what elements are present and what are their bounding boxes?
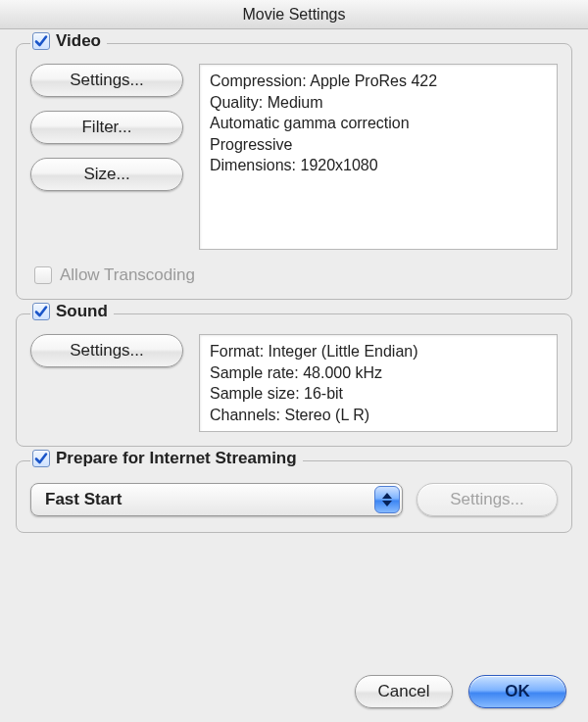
streaming-checkbox[interactable] xyxy=(32,450,50,467)
streaming-popup: Fast Start xyxy=(30,483,403,516)
video-legend-label: Video xyxy=(56,31,101,51)
video-checkbox[interactable] xyxy=(32,32,50,50)
streaming-settings-button: Settings... xyxy=(416,483,558,516)
allow-transcoding-label: Allow Transcoding xyxy=(60,265,195,285)
video-info-box: Compression: Apple ProRes 422 Quality: M… xyxy=(199,64,558,250)
sound-info-samplesize: Sample size: 16-bit xyxy=(210,383,547,405)
video-button-column: Settings... Filter... Size... xyxy=(30,64,183,191)
titlebar: Movie Settings xyxy=(0,0,588,29)
video-info-quality: Quality: Medium xyxy=(210,92,547,114)
allow-transcoding-checkbox xyxy=(34,266,52,284)
video-info-dimensions: Dimensions: 1920x1080 xyxy=(210,155,547,176)
sound-info-box: Format: Integer (Little Endian) Sample r… xyxy=(199,334,558,432)
sound-info-format: Format: Integer (Little Endian) xyxy=(210,341,547,362)
video-info-compression: Compression: Apple ProRes 422 xyxy=(210,71,547,92)
dialog-button-row: Cancel OK xyxy=(0,669,588,722)
chevron-up-icon xyxy=(382,493,392,499)
window-title: Movie Settings xyxy=(243,6,346,24)
sound-info-samplerate: Sample rate: 48.000 kHz xyxy=(210,362,547,384)
popup-arrows-icon xyxy=(374,486,400,513)
content-area: Video Settings... Filter... Size... Comp… xyxy=(0,29,588,669)
video-legend: Video xyxy=(30,31,107,51)
video-info-gamma: Automatic gamma correction xyxy=(210,113,547,134)
streaming-row: Fast Start Settings... xyxy=(30,477,558,516)
sound-row: Settings... Format: Integer (Little Endi… xyxy=(30,334,558,432)
streaming-legend-label: Prepare for Internet Streaming xyxy=(56,449,297,468)
sound-checkbox[interactable] xyxy=(32,303,50,320)
allow-transcoding-row: Allow Transcoding xyxy=(30,265,558,285)
check-icon xyxy=(34,34,48,48)
video-settings-button[interactable]: Settings... xyxy=(30,64,183,97)
video-row: Settings... Filter... Size... Compressio… xyxy=(30,64,558,250)
sound-legend-label: Sound xyxy=(56,302,108,321)
streaming-mode-popup[interactable]: Fast Start xyxy=(30,483,403,516)
movie-settings-window: Movie Settings Video Settings... Filter.… xyxy=(0,0,588,722)
streaming-group: Prepare for Internet Streaming Fast Star… xyxy=(16,460,572,533)
check-icon xyxy=(34,305,48,318)
video-size-button[interactable]: Size... xyxy=(30,158,183,191)
video-filter-button[interactable]: Filter... xyxy=(30,111,183,144)
cancel-button[interactable]: Cancel xyxy=(355,675,453,708)
video-info-scan: Progressive xyxy=(210,134,547,156)
streaming-mode-value: Fast Start xyxy=(45,490,122,509)
chevron-down-icon xyxy=(382,501,392,506)
sound-settings-button[interactable]: Settings... xyxy=(30,334,183,367)
ok-button[interactable]: OK xyxy=(468,675,566,708)
sound-button-column: Settings... xyxy=(30,334,183,367)
video-group: Video Settings... Filter... Size... Comp… xyxy=(16,43,572,300)
sound-group: Sound Settings... Format: Integer (Littl… xyxy=(16,313,572,447)
check-icon xyxy=(34,452,48,465)
streaming-legend: Prepare for Internet Streaming xyxy=(30,449,303,468)
sound-legend: Sound xyxy=(30,302,114,321)
sound-info-channels: Channels: Stereo (L R) xyxy=(210,405,547,426)
